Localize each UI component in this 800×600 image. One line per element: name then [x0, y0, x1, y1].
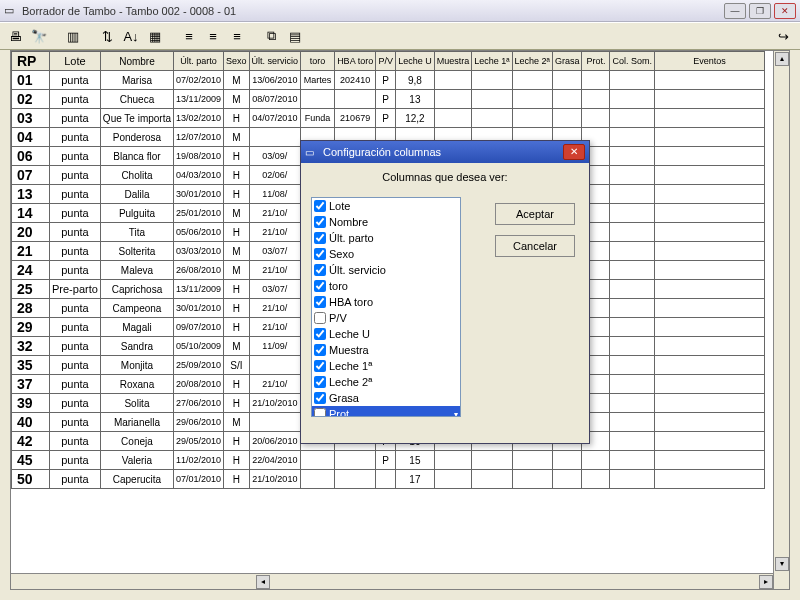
column-checkbox[interactable] — [314, 376, 326, 388]
column-checkbox[interactable] — [314, 344, 326, 356]
column-check-item[interactable]: Leche U — [312, 326, 460, 342]
column-checkbox[interactable] — [314, 328, 326, 340]
column-check-item[interactable]: Nombre — [312, 214, 460, 230]
paste-icon[interactable]: ▤ — [284, 25, 306, 47]
exit-icon[interactable]: ↪ — [772, 25, 794, 47]
column-checkbox[interactable] — [314, 248, 326, 260]
column-check-label: toro — [329, 280, 348, 292]
column-header[interactable]: Nombre — [100, 52, 173, 71]
window-maximize-button[interactable]: ❐ — [749, 3, 771, 19]
column-check-label: Prot. — [329, 408, 352, 416]
column-check-label: Últ. servicio — [329, 264, 386, 276]
column-header[interactable]: Muestra — [434, 52, 472, 71]
column-check-item[interactable]: Últ. servicio — [312, 262, 460, 278]
column-checkbox[interactable] — [314, 216, 326, 228]
vertical-scrollbar[interactable]: ▴ ▾ — [773, 51, 789, 589]
column-check-item[interactable]: toro — [312, 278, 460, 294]
column-header[interactable]: Últ. parto — [174, 52, 224, 71]
table-row[interactable]: 01puntaMarisa07/02/2010M13/06/2010Martes… — [12, 71, 765, 90]
column-header[interactable]: RP — [12, 52, 50, 71]
table-row[interactable]: 03puntaQue Te importa13/02/2010H04/07/20… — [12, 109, 765, 128]
table-row[interactable]: 02puntaChueca13/11/2009M08/07/2010P13 — [12, 90, 765, 109]
scroll-up-icon[interactable]: ▴ — [775, 52, 789, 66]
column-header[interactable]: HBA toro — [335, 52, 376, 71]
column-check-item[interactable]: Prot.▾ — [312, 406, 460, 416]
dialog-icon: ▭ — [305, 147, 319, 158]
dropdown-icon[interactable]: ▾ — [454, 410, 458, 417]
align-left-icon[interactable]: ≡ — [178, 25, 200, 47]
column-check-item[interactable]: Lote — [312, 198, 460, 214]
columns-icon[interactable]: ▥ — [62, 25, 84, 47]
column-header[interactable]: Prot. — [582, 52, 610, 71]
scroll-left-icon[interactable]: ◂ — [256, 575, 270, 589]
table-row[interactable]: 50puntaCaperucita07/01/2010H21/10/201017 — [12, 470, 765, 489]
columns-listbox[interactable]: LoteNombreÚlt. partoSexoÚlt. serviciotor… — [311, 197, 461, 417]
dialog-titlebar[interactable]: ▭ Configuración columnas ✕ — [301, 141, 589, 163]
align-center-icon[interactable]: ≡ — [202, 25, 224, 47]
column-check-item[interactable]: HBA toro — [312, 294, 460, 310]
window-close-button[interactable]: ✕ — [774, 3, 796, 19]
dialog-close-button[interactable]: ✕ — [563, 144, 585, 160]
column-check-label: P/V — [329, 312, 347, 324]
column-header[interactable]: Leche U — [396, 52, 435, 71]
scroll-right-icon[interactable]: ▸ — [759, 575, 773, 589]
column-checkbox[interactable] — [314, 392, 326, 404]
column-check-label: Leche 1ª — [329, 360, 372, 372]
column-header[interactable]: Eventos — [654, 52, 764, 71]
column-check-item[interactable]: Leche 2ª — [312, 374, 460, 390]
column-check-item[interactable]: Grasa — [312, 390, 460, 406]
column-check-label: Sexo — [329, 248, 354, 260]
column-check-item[interactable]: Leche 1ª — [312, 358, 460, 374]
column-header[interactable]: Sexo — [224, 52, 250, 71]
column-checkbox[interactable] — [314, 280, 326, 292]
window-minimize-button[interactable]: — — [724, 3, 746, 19]
column-check-label: Leche U — [329, 328, 370, 340]
column-checkbox[interactable] — [314, 264, 326, 276]
dialog-title: Configuración columnas — [323, 146, 441, 158]
column-checkbox[interactable] — [314, 360, 326, 372]
horizontal-scrollbar[interactable]: ◂ ▸ — [11, 573, 773, 589]
column-header[interactable]: P/V — [376, 52, 396, 71]
cancel-button[interactable]: Cancelar — [495, 235, 575, 257]
window-titlebar: ▭ Borrador de Tambo - Tambo 002 - 0008 -… — [0, 0, 800, 22]
column-header[interactable]: Col. Som. — [610, 52, 655, 71]
column-checkbox[interactable] — [314, 408, 326, 416]
align-right-icon[interactable]: ≡ — [226, 25, 248, 47]
dialog-label: Columnas que desea ver: — [309, 171, 581, 183]
column-header[interactable]: Últ. servicio — [249, 52, 301, 71]
column-header[interactable]: Grasa — [552, 52, 582, 71]
column-check-item[interactable]: Últ. parto — [312, 230, 460, 246]
column-check-label: HBA toro — [329, 296, 373, 308]
column-header[interactable]: Lote — [50, 52, 101, 71]
accept-button[interactable]: Aceptar — [495, 203, 575, 225]
column-check-item[interactable]: Sexo — [312, 246, 460, 262]
copy-icon[interactable]: ⧉ — [260, 25, 282, 47]
binoculars-icon[interactable]: 🔭 — [28, 25, 50, 47]
column-check-label: Nombre — [329, 216, 368, 228]
sort-desc-icon[interactable]: A↓ — [120, 25, 142, 47]
column-check-label: Últ. parto — [329, 232, 374, 244]
column-check-label: Muestra — [329, 344, 369, 356]
column-check-label: Leche 2ª — [329, 376, 372, 388]
column-header[interactable]: Leche 1ª — [472, 52, 512, 71]
filter-icon[interactable]: ▦ — [144, 25, 166, 47]
column-checkbox[interactable] — [314, 200, 326, 212]
print-icon[interactable]: 🖶 — [4, 25, 26, 47]
toolbar: 🖶 🔭 ▥ ⇅ A↓ ▦ ≡ ≡ ≡ ⧉ ▤ ↪ — [0, 22, 800, 50]
column-checkbox[interactable] — [314, 232, 326, 244]
column-check-item[interactable]: P/V — [312, 310, 460, 326]
column-check-item[interactable]: Muestra — [312, 342, 460, 358]
column-check-label: Grasa — [329, 392, 359, 404]
column-checkbox[interactable] — [314, 296, 326, 308]
column-header[interactable]: toro — [301, 52, 335, 71]
column-check-label: Lote — [329, 200, 350, 212]
column-config-dialog: ▭ Configuración columnas ✕ Columnas que … — [300, 140, 590, 444]
column-checkbox[interactable] — [314, 312, 326, 324]
sort-asc-icon[interactable]: ⇅ — [96, 25, 118, 47]
table-row[interactable]: 45puntaValeria11/02/2010H22/04/2010P15 — [12, 451, 765, 470]
app-icon: ▭ — [4, 4, 18, 18]
window-title: Borrador de Tambo - Tambo 002 - 0008 - 0… — [22, 5, 236, 17]
scroll-down-icon[interactable]: ▾ — [775, 557, 789, 571]
column-header[interactable]: Leche 2ª — [512, 52, 552, 71]
